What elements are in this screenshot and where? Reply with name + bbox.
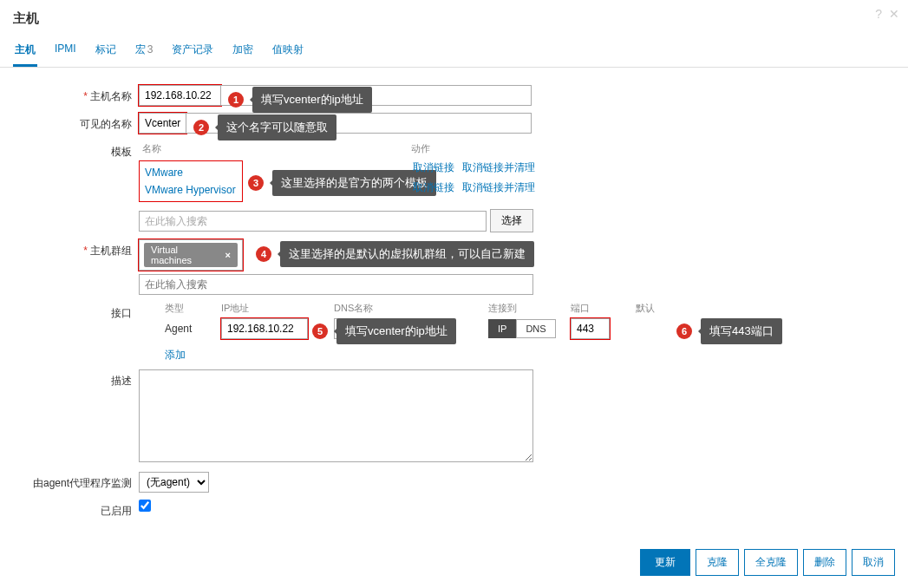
tabs: 主机 IPMI 标记 宏3 资产记录 加密 值映射 (0, 36, 908, 68)
delete-button[interactable]: 删除 (803, 549, 846, 576)
iface-col-dns: DNS名称 (334, 302, 488, 315)
description-textarea[interactable] (139, 369, 533, 462)
add-interface-link[interactable]: 添加 (165, 349, 186, 361)
template-actions: 取消链接 取消链接并清理 取消链接 取消链接并清理 (408, 158, 535, 198)
label-monitored-by: 由agent代理程序监测 (33, 477, 132, 489)
tab-tags[interactable]: 标记 (94, 36, 118, 67)
proxy-select[interactable]: (无agent) (139, 472, 209, 493)
iface-type: Agent (165, 323, 221, 335)
template-search-input[interactable] (139, 211, 487, 232)
template-link[interactable]: VMware (140, 164, 242, 181)
label-interfaces: 接口 (111, 307, 132, 319)
visible-name-input[interactable] (139, 113, 186, 134)
clone-button[interactable]: 克隆 (696, 549, 739, 576)
template-select-button[interactable]: 选择 (490, 209, 533, 232)
help-icon[interactable]: ? (875, 7, 882, 21)
template-col-action: 动作 (411, 142, 430, 155)
iface-col-default: 默认 (636, 302, 688, 315)
unlink-link[interactable]: 取消链接 (413, 181, 454, 193)
unlink-link[interactable]: 取消链接 (413, 161, 454, 173)
dialog-title: 主机 (13, 10, 39, 27)
full-clone-button[interactable]: 全克隆 (744, 549, 798, 576)
unlink-clear-link[interactable]: 取消链接并清理 (462, 161, 535, 173)
template-link[interactable]: VMware Hypervisor (140, 181, 242, 199)
tab-macros[interactable]: 宏3 (134, 36, 155, 67)
label-enabled: 已启用 (101, 505, 132, 517)
template-list: VMware VMware Hypervisor (139, 160, 243, 202)
titlebar: 主机 ? ✕ (0, 0, 908, 36)
iface-col-port: 端口 (571, 302, 636, 315)
connect-ip-toggle[interactable]: IP (488, 319, 516, 338)
cancel-button[interactable]: 取消 (852, 549, 895, 576)
close-icon[interactable]: ✕ (889, 7, 899, 21)
enabled-checkbox[interactable] (139, 500, 151, 512)
remove-tag-icon[interactable]: × (225, 250, 231, 260)
form: *主机名称 1 填写vcenter的ip地址 可见的名称 2 这个名字可以随意取 (0, 68, 908, 539)
iface-ip-input[interactable] (221, 318, 308, 339)
label-groups: 主机群组 (90, 245, 132, 257)
connect-dns-toggle[interactable]: DNS (516, 319, 555, 338)
group-search-input[interactable] (139, 274, 533, 295)
update-button[interactable]: 更新 (640, 549, 690, 576)
footer: 更新 克隆 全克隆 删除 取消 (0, 539, 908, 588)
tab-valuemap[interactable]: 值映射 (271, 36, 305, 67)
label-hostname: 主机名称 (90, 90, 132, 102)
iface-col-type: 类型 (165, 302, 221, 315)
label-templates: 模板 (111, 146, 132, 158)
tab-inventory[interactable]: 资产记录 (170, 36, 215, 67)
tab-ipmi[interactable]: IPMI (53, 36, 78, 67)
annotation-badge-4: 4 (256, 246, 271, 262)
template-col-name: 名称 (142, 142, 411, 155)
tab-encryption[interactable]: 加密 (231, 36, 255, 67)
tab-host[interactable]: 主机 (13, 36, 37, 67)
annotation-text-4: 这里选择的是默认的虚拟机群组，可以自己新建 (280, 241, 534, 267)
iface-col-connect: 连接到 (488, 302, 571, 315)
unlink-clear-link[interactable]: 取消链接并清理 (462, 181, 535, 193)
annotation-badge-3: 3 (248, 175, 264, 191)
iface-dns-input[interactable] (334, 318, 451, 339)
hostname-input-ext[interactable] (221, 85, 532, 106)
label-description: 描述 (111, 375, 132, 387)
iface-port-input[interactable] (571, 318, 610, 339)
group-input-selected[interactable]: Virtual machines× (139, 239, 243, 271)
label-visible-name: 可见的名称 (80, 118, 132, 130)
hostname-input[interactable] (139, 85, 221, 106)
iface-col-ip: IP地址 (221, 302, 334, 315)
visible-name-input-ext[interactable] (186, 113, 532, 134)
group-tag: Virtual machines× (144, 243, 238, 267)
host-dialog: 主机 ? ✕ 主机 IPMI 标记 宏3 资产记录 加密 值映射 *主机名称 1… (0, 0, 908, 588)
titlebar-actions: ? ✕ (875, 7, 899, 21)
annotation-badge-6: 6 (676, 323, 692, 339)
